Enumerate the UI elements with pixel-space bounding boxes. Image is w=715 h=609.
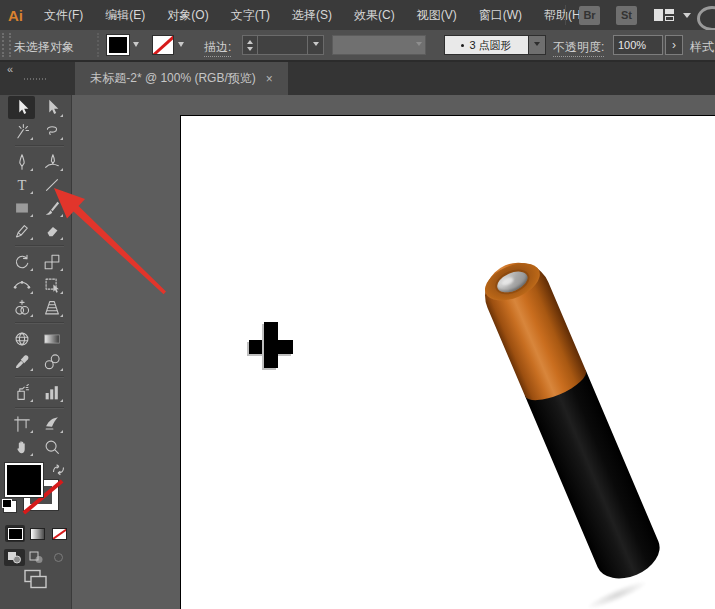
draw-inside-button — [48, 549, 69, 566]
workspace: T — [0, 95, 715, 609]
fill-chevron-icon[interactable] — [133, 42, 139, 50]
artboard-icon — [12, 414, 32, 434]
stroke-chevron-icon[interactable] — [178, 42, 184, 50]
panel-grip-dots[interactable] — [24, 78, 48, 80]
drawing-mode-buttons — [0, 549, 71, 566]
perspective-grid-icon — [42, 298, 62, 318]
tool-artboard[interactable] — [8, 412, 35, 435]
tool-zoom[interactable] — [38, 435, 65, 458]
tool-lasso[interactable] — [38, 119, 65, 142]
tool-width[interactable] — [8, 273, 35, 296]
document-tab-title: 未标题-2* @ 100% (RGB/预览) — [90, 70, 256, 87]
workspace-chevron-icon[interactable] — [683, 13, 691, 22]
tab-close-icon[interactable]: × — [266, 73, 273, 85]
column-graph-icon — [42, 383, 62, 403]
tool-gradient[interactable] — [38, 327, 65, 350]
battery-terminal — [494, 267, 530, 296]
tool-group-separator — [15, 407, 64, 409]
tool-direct-selection[interactable] — [38, 96, 65, 119]
tool-slice[interactable] — [38, 412, 65, 435]
tool-hand[interactable] — [8, 435, 35, 458]
menu-window[interactable]: 窗口(W) — [468, 0, 533, 30]
shape-builder-icon — [12, 298, 32, 318]
stroke-color-swatch[interactable] — [152, 35, 174, 55]
tool-rectangle[interactable] — [8, 196, 35, 219]
opacity-label[interactable]: 不透明度: — [553, 39, 604, 57]
menu-view[interactable]: 视图(V) — [406, 0, 468, 30]
tool-magic-wand[interactable] — [8, 119, 35, 142]
tool-line-segment[interactable] — [38, 173, 65, 196]
tool-curvature[interactable] — [38, 150, 65, 173]
menu-edit[interactable]: 编辑(E) — [94, 0, 156, 30]
menu-select[interactable]: 选择(S) — [281, 0, 343, 30]
tool-group-separator — [15, 245, 64, 247]
tool-shape-builder[interactable] — [8, 296, 35, 319]
magic-wand-icon — [12, 121, 32, 141]
tool-symbol-sprayer[interactable] — [8, 381, 35, 404]
stroke-weight-input[interactable] — [258, 35, 308, 55]
line-segment-icon — [42, 175, 62, 195]
menu-type[interactable]: 文字(T) — [220, 0, 281, 30]
bridge-button[interactable]: Br — [579, 6, 600, 25]
eyedropper-icon — [12, 352, 32, 372]
style-label: 样式 — [690, 39, 714, 56]
control-bar: 未选择对象 描边: 3 点圆形 不透明度: 100% › 样式 — [0, 30, 715, 62]
none-button[interactable] — [49, 525, 69, 542]
tool-perspective-grid[interactable] — [38, 296, 65, 319]
draw-normal-button[interactable] — [4, 549, 25, 566]
control-bar-grip[interactable] — [2, 33, 11, 57]
menu-bar: Ai 文件(F) 编辑(E) 对象(O) 文字(T) 选择(S) 效果(C) 视… — [0, 0, 715, 30]
brush-definition-dropdown[interactable]: 3 点圆形 — [444, 35, 529, 55]
swap-fill-stroke-icon[interactable] — [51, 462, 66, 480]
fill-proxy-swatch[interactable] — [5, 463, 43, 497]
tool-group-separator — [15, 376, 64, 378]
opacity-input[interactable]: 100% — [613, 35, 663, 55]
opacity-expand-button[interactable]: › — [665, 35, 683, 55]
tool-selection[interactable] — [8, 96, 35, 119]
selection-status: 未选择对象 — [14, 39, 74, 56]
tool-shaper[interactable] — [8, 219, 35, 242]
screen-mode-icon[interactable] — [22, 568, 48, 594]
workspace-switcher-icon[interactable] — [653, 7, 675, 23]
color-button[interactable] — [5, 525, 25, 542]
menu-effect[interactable]: 效果(C) — [343, 0, 406, 30]
pen-icon — [12, 152, 32, 172]
plus-artwork[interactable] — [264, 322, 278, 368]
tool-eyedropper[interactable] — [8, 350, 35, 373]
stroke-label[interactable]: 描边: — [204, 39, 231, 57]
illustrator-window: Ai 文件(F) 编辑(E) 对象(O) 文字(T) 选择(S) 效果(C) 视… — [0, 0, 715, 609]
stroke-weight-dropdown[interactable] — [308, 35, 324, 55]
tool-mesh[interactable] — [8, 327, 35, 350]
tool-free-transform[interactable] — [38, 273, 65, 296]
paintbrush-icon — [42, 198, 62, 218]
tool-paintbrush[interactable] — [38, 196, 65, 219]
stepper-up-icon[interactable] — [247, 37, 253, 44]
stock-button[interactable]: St — [616, 6, 637, 25]
draw-behind-button[interactable] — [26, 549, 47, 566]
selection-arrow-icon — [12, 98, 32, 118]
fill-color-swatch[interactable] — [107, 35, 129, 55]
tool-pen[interactable] — [8, 150, 35, 173]
brush-dropdown-chevron-icon[interactable] — [529, 35, 546, 55]
default-fill-stroke-icon[interactable] — [4, 501, 16, 512]
tool-blend[interactable] — [38, 350, 65, 373]
tool-eraser[interactable] — [38, 219, 65, 242]
tool-scale[interactable] — [38, 250, 65, 273]
lasso-icon — [42, 121, 62, 141]
stepper-down-icon[interactable] — [247, 47, 253, 54]
menu-object[interactable]: 对象(O) — [156, 0, 219, 30]
rotate-icon — [12, 252, 32, 272]
menu-file[interactable]: 文件(F) — [33, 0, 94, 30]
menu-right-cluster: Br St — [565, 0, 691, 30]
variable-width-profile-dropdown — [332, 35, 426, 55]
tool-rotate[interactable] — [8, 250, 35, 273]
free-transform-icon — [42, 275, 62, 295]
gradient-button[interactable] — [27, 525, 47, 542]
canvas-pasteboard[interactable] — [72, 95, 715, 609]
tool-column-graph[interactable] — [38, 381, 65, 404]
stroke-weight-stepper[interactable] — [242, 35, 258, 55]
document-tab[interactable]: 未标题-2* @ 100% (RGB/预览) × — [75, 62, 288, 95]
tool-type[interactable]: T — [8, 173, 35, 196]
tool-group-separator — [15, 145, 64, 147]
panel-collapse-icon[interactable]: « — [7, 63, 12, 75]
